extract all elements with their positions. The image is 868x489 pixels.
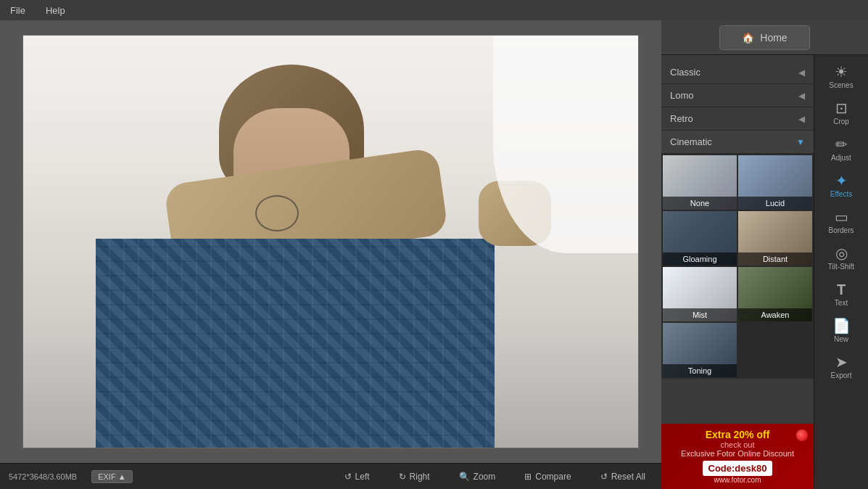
filter-gloaming-label: Gloaming	[663, 252, 737, 266]
menu-help[interactable]: Help	[41, 4, 70, 17]
ad-url: www.fotor.com	[681, 476, 794, 484]
compare-icon: ⊞	[524, 472, 532, 482]
export-icon: ➤	[835, 355, 848, 369]
filter-mist[interactable]: Mist	[663, 267, 737, 321]
photo-display	[23, 36, 638, 448]
filter-none-label: None	[663, 197, 737, 210]
home-icon: 🏠	[742, 32, 754, 44]
image-container	[0, 20, 661, 463]
filter-lucid[interactable]: Lucid	[738, 155, 812, 210]
rotate-left-button[interactable]: ↺ Left	[337, 469, 377, 485]
classic-arrow: ◀	[798, 67, 805, 78]
filter-lucid-label: Lucid	[738, 197, 812, 210]
filter-none[interactable]: None	[663, 155, 737, 210]
ad-subtitle: check out	[681, 440, 794, 449]
ad-code: Code:desk80	[703, 461, 773, 476]
ad-description: Exclusive Fotor Online Discount	[681, 449, 794, 458]
zoom-icon: 🔍	[459, 472, 470, 482]
rotate-right-button[interactable]: ↻ Right	[392, 469, 437, 485]
new-icon: 📄	[832, 319, 851, 333]
canvas-area: 5472*3648/3.60MB EXIF ▲ ↺ Left ↻ Right 🔍…	[0, 20, 661, 489]
tool-borders[interactable]: ▭ Borders	[814, 204, 868, 240]
adjust-icon: ✏	[835, 137, 848, 152]
tool-text[interactable]: T Text	[814, 276, 868, 313]
tiltshift-icon: ◎	[835, 246, 848, 260]
tool-scenes[interactable]: ☀ Scenes	[814, 59, 868, 95]
ad-title: Extra 20% off	[681, 429, 794, 440]
filter-awaken[interactable]: Awaken	[738, 267, 812, 321]
text-icon: T	[837, 282, 846, 297]
status-bar: 5472*3648/3.60MB EXIF ▲ ↺ Left ↻ Right 🔍…	[0, 463, 661, 489]
compare-button[interactable]: ⊞ Compare	[517, 469, 578, 485]
tool-export[interactable]: ➤ Export	[814, 349, 868, 385]
tool-adjust[interactable]: ✏ Adjust	[814, 131, 868, 168]
ad-content: Extra 20% off check out Exclusive Fotor …	[681, 429, 794, 484]
zoom-button[interactable]: 🔍 Zoom	[452, 469, 503, 485]
content-row: Classic ◀ Lomo ◀ Retro ◀ C	[661, 55, 868, 489]
filter-toning-label: Toning	[663, 364, 737, 377]
tool-crop[interactable]: ⊡ Crop	[814, 95, 868, 131]
rotate-left-icon: ↺	[344, 472, 352, 482]
filter-gloaming[interactable]: Gloaming	[663, 211, 737, 266]
image-info: 5472*3648/3.60MB	[9, 472, 77, 481]
borders-icon: ▭	[835, 210, 848, 224]
home-header: 🏠 Home	[661, 20, 868, 55]
ad-banner[interactable]: Extra 20% off check out Exclusive Fotor …	[661, 424, 814, 489]
effects-icon: ✦	[835, 173, 848, 188]
home-button[interactable]: 🏠 Home	[719, 25, 809, 50]
tool-effects[interactable]: ✦ Effects	[814, 168, 868, 204]
tool-tiltshift[interactable]: ◎ Tilt-Shift	[814, 240, 868, 276]
filter-distant[interactable]: Distant	[738, 211, 812, 266]
filter-distant-label: Distant	[738, 252, 812, 266]
scenes-icon: ☀	[835, 65, 848, 79]
menu-file[interactable]: File	[6, 4, 30, 17]
filter-panel: Classic ◀ Lomo ◀ Retro ◀ C	[661, 55, 814, 489]
retro-arrow: ◀	[798, 114, 805, 124]
filter-list: Classic ◀ Lomo ◀ Retro ◀ C	[661, 55, 814, 424]
right-side: 🏠 Home Classic ◀ Lomo ◀	[661, 20, 868, 489]
cinematic-arrow: ▼	[796, 137, 805, 147]
category-retro[interactable]: Retro ◀	[661, 107, 814, 131]
crop-icon: ⊡	[835, 101, 848, 115]
category-classic[interactable]: Classic ◀	[661, 61, 814, 84]
ad-pin	[796, 430, 808, 441]
photo-frame	[22, 35, 639, 448]
cinematic-grid: None Lucid Gloaming	[661, 154, 814, 379]
menu-bar: File Help	[0, 0, 868, 20]
home-label: Home	[760, 32, 787, 44]
reset-button[interactable]: ↺ Reset All	[593, 469, 653, 485]
lomo-arrow: ◀	[798, 91, 805, 101]
category-lomo[interactable]: Lomo ◀	[661, 84, 814, 107]
rotate-right-icon: ↻	[399, 472, 406, 482]
filter-mist-label: Mist	[663, 308, 737, 321]
filter-awaken-label: Awaken	[738, 308, 812, 321]
reset-icon: ↺	[600, 472, 608, 482]
tool-new[interactable]: 📄 New	[814, 313, 868, 349]
exif-button[interactable]: EXIF ▲	[91, 470, 132, 483]
filter-toning[interactable]: Toning	[663, 323, 737, 377]
main-layout: 5472*3648/3.60MB EXIF ▲ ↺ Left ↻ Right 🔍…	[0, 20, 868, 489]
tools-panel: ☀ Scenes ⊡ Crop ✏ Adjust ✦ Effects ▭	[814, 55, 868, 489]
category-cinematic[interactable]: Cinematic ▼	[661, 131, 814, 154]
